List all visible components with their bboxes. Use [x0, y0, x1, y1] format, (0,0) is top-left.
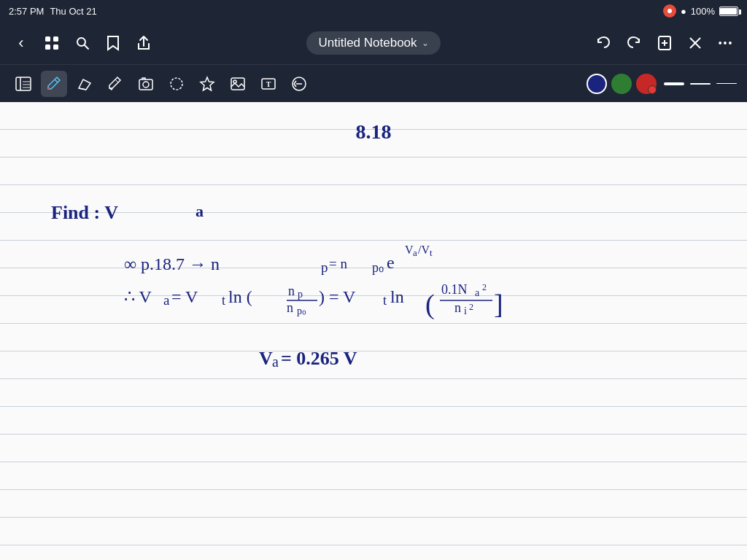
undo-icon	[595, 36, 611, 50]
svg-text:e: e	[387, 253, 395, 272]
svg-text:p: p	[298, 289, 303, 300]
select-button[interactable]	[163, 71, 190, 97]
search-button[interactable]	[69, 29, 96, 57]
color-navy[interactable]	[587, 74, 607, 94]
svg-text:)  =  V: ) = V	[319, 287, 356, 306]
svg-point-21	[143, 82, 149, 88]
color-green[interactable]	[611, 74, 632, 94]
grid-button[interactable]	[38, 29, 66, 57]
pencil-icon	[108, 76, 123, 92]
svg-text:8.18: 8.18	[356, 120, 392, 143]
drawing-toolbar: T	[0, 64, 747, 102]
svg-text:∞   p.18.7 →   n: ∞ p.18.7 → n	[124, 254, 220, 273]
svg-rect-11	[16, 77, 31, 90]
svg-text:ln  (: ln (	[228, 287, 252, 306]
lasso-button[interactable]	[133, 71, 159, 97]
svg-text:Find :      V: Find : V	[51, 202, 118, 223]
svg-text:0.1N: 0.1N	[441, 282, 468, 297]
stroke-thick[interactable]	[664, 82, 684, 85]
svg-text:ln: ln	[390, 287, 404, 306]
svg-text:t: t	[222, 293, 225, 308]
svg-text:p₀: p₀	[297, 306, 306, 316]
notebook-title-text: Untitled Notebook	[318, 36, 417, 50]
share-button[interactable]	[130, 29, 158, 57]
top-toolbar: ‹ Untitled Notebook ⌄	[0, 22, 747, 64]
svg-text:n: n	[287, 300, 293, 315]
lasso-icon	[138, 76, 154, 92]
title-area: Untitled Notebook ⌄	[160, 31, 587, 55]
close-button[interactable]	[681, 29, 709, 57]
back-button[interactable]: ‹	[7, 29, 35, 57]
back-icon: ‹	[18, 34, 23, 52]
redo-button[interactable]	[620, 29, 648, 57]
notebook-area: 8.18 Find : V a ∞ p.18.7 → n p = n p₀ e …	[0, 102, 747, 560]
battery-percentage: 100%	[691, 6, 715, 17]
equation-ref: ∞ p.18.7 → n p = n p₀ e V a /V t	[124, 244, 433, 275]
svg-text:a: a	[163, 292, 170, 308]
svg-text:t: t	[430, 247, 433, 258]
pen-button[interactable]	[41, 71, 67, 97]
record-indicator	[663, 4, 676, 18]
svg-line-19	[115, 79, 118, 82]
svg-line-29	[294, 81, 296, 84]
svg-text:V: V	[259, 348, 273, 369]
svg-text:a: a	[475, 287, 480, 298]
time-display: 2:57 PM	[9, 6, 44, 17]
svg-text:p₀: p₀	[372, 260, 384, 275]
select-icon	[169, 76, 185, 92]
svg-text:a: a	[196, 202, 204, 220]
sidebar-icon	[15, 77, 31, 91]
text-button[interactable]: T	[255, 71, 282, 97]
date-display: Thu Oct 21	[50, 6, 96, 17]
svg-text:(: (	[425, 289, 435, 320]
svg-line-17	[48, 88, 50, 89]
svg-text:=  0.265 V: = 0.265 V	[281, 348, 357, 369]
answer-line: V a = 0.265 V	[259, 348, 357, 370]
bookmark-icon	[107, 35, 120, 51]
eraser-icon	[77, 77, 93, 91]
star-icon	[199, 76, 215, 92]
handwriting-canvas: 8.18 Find : V a ∞ p.18.7 → n p = n p₀ e …	[0, 102, 747, 560]
stroke-thin[interactable]	[716, 83, 737, 84]
eraser-button[interactable]	[71, 71, 98, 97]
status-right: ● 100%	[663, 4, 738, 18]
image-icon	[230, 77, 246, 91]
svg-text:n: n	[454, 300, 461, 315]
status-left: 2:57 PM Thu Oct 21	[9, 6, 97, 17]
svg-text:T: T	[266, 80, 271, 88]
star-button[interactable]	[194, 71, 220, 97]
svg-text:a: a	[413, 247, 417, 258]
image-button[interactable]	[225, 71, 251, 97]
stroke-group	[664, 82, 737, 85]
svg-line-5	[85, 45, 88, 49]
link-icon	[291, 76, 307, 92]
svg-text:i: i	[464, 306, 467, 316]
lined-paper[interactable]: 8.18 Find : V a ∞ p.18.7 → n p = n p₀ e …	[0, 102, 747, 560]
close-icon	[689, 36, 702, 50]
svg-text:t: t	[383, 293, 387, 308]
color-group	[587, 74, 657, 94]
title-chevron-icon: ⌄	[422, 38, 429, 48]
link-button[interactable]	[286, 71, 312, 97]
sidebar-toggle-button[interactable]	[10, 71, 36, 97]
status-bar: 2:57 PM Thu Oct 21 ● 100%	[0, 0, 747, 22]
undo-button[interactable]	[589, 29, 617, 57]
stroke-medium[interactable]	[690, 83, 711, 85]
va-equation: ∴ V a = V t ln ( n p n p₀ ) = V t ln ( 0…	[124, 282, 503, 320]
notebook-title[interactable]: Untitled Notebook ⌄	[306, 31, 440, 55]
bookmark-button[interactable]	[99, 29, 127, 57]
more-icon: •••	[719, 37, 734, 49]
wifi-icon: ●	[681, 6, 686, 17]
search-icon	[75, 36, 90, 50]
battery-fill	[720, 8, 737, 15]
find-line: Find : V a	[51, 202, 204, 223]
color-red[interactable]	[636, 74, 657, 94]
toolbar-right: •••	[589, 29, 740, 57]
new-page-button[interactable]	[651, 29, 678, 57]
svg-text:2: 2	[469, 302, 473, 312]
more-button[interactable]: •••	[712, 29, 740, 57]
pen-icon	[47, 76, 61, 92]
share-icon	[136, 35, 151, 51]
pencil-button[interactable]	[102, 71, 128, 97]
svg-text:/V: /V	[418, 244, 430, 256]
